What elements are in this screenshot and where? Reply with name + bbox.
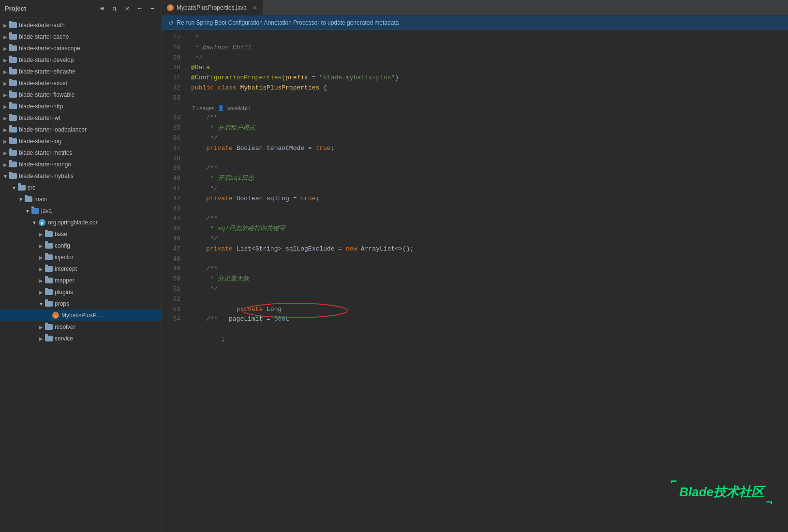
sidebar-item-main[interactable]: ▼ main [0,193,162,205]
code-line: * @author Chill [191,43,788,53]
sync-icon[interactable]: ⇅ [110,4,119,13]
sidebar-item-blade-starter-develop[interactable]: ▶ blade-starter-develop [0,54,162,66]
sidebar-item-blade-starter-datascope[interactable]: ▶ blade-starter-datascope [0,43,162,54]
folder-icon [9,44,17,53]
code-content[interactable]: * * @author Chill */ @Data @Configuratio… [186,30,788,532]
sidebar-item-props[interactable]: ▼ props [0,298,162,310]
sidebar-item-blade-starter-jwt[interactable]: ▶ blade-starter-jwt [0,112,162,124]
notification-icon: ↺ [169,18,173,27]
code-line: * 开启sql日志 [191,174,788,184]
sidebar-item-resolver[interactable]: ▶ resolver [0,321,162,333]
folder-icon [45,276,53,285]
sidebar-item-label: blade-starter-develop [19,57,162,63]
usages-count: 7 usages [192,104,215,113]
arrow-icon: ▼ [17,197,24,202]
arrow-icon: ▶ [38,232,45,237]
sidebar: Project ⊕ ⇅ ✕ ⋯ − ▶ blade-starter-auth ▶… [0,0,162,532]
folder-open-icon [9,172,17,180]
sidebar-item-blade-starter-cache[interactable]: ▶ blade-starter-cache [0,31,162,43]
minimize-icon[interactable]: − [148,4,157,13]
code-line: /** [191,163,788,174]
code-line: * 开启租户模式 [191,123,788,133]
sidebar-item-label: main [34,196,162,203]
tab-close-button[interactable]: ✕ [252,4,258,11]
folder-icon [24,195,33,204]
sidebar-item-blade-starter-mybatis[interactable]: ▼ blade-starter-mybatis [0,170,162,182]
code-line: /** [191,113,788,123]
code-line: * 分页最大数 [191,274,788,284]
sidebar-item-blade-starter-metrics[interactable]: ▶ blade-starter-metrics [0,147,162,159]
sidebar-item-blade-starter-excel[interactable]: ▶ blade-starter-excel [0,77,162,89]
arrow-icon: ▶ [2,127,9,133]
arrow-icon: ▶ [38,290,45,295]
sidebar-item-label: blade-starter-auth [19,22,162,29]
arrow-icon: ▶ [38,266,45,272]
sidebar-item-blade-starter-auth[interactable]: ▶ blade-starter-auth [0,19,162,31]
code-line: public class MybatisPlusProperties { [191,83,788,93]
sidebar-tree: ▶ blade-starter-auth ▶ blade-starter-cac… [0,17,162,532]
code-editor[interactable]: 27 28 29 30 31 32 33 34 35 36 37 38 39 4… [162,30,788,532]
arrow-icon: ▶ [2,69,9,74]
arrow-icon: ▼ [11,185,17,191]
code-line: @ConfigurationProperties(prefix = "blade… [191,73,788,83]
code-line: private List<String> sqlLogExclude = new… [191,244,788,254]
code-line: */ [191,184,788,194]
tab-bar: © MybatisPlusProperties.java ✕ [162,0,788,15]
editor-tab[interactable]: © MybatisPlusProperties.java ✕ [162,0,264,15]
sidebar-item-service[interactable]: ▶ service [0,333,162,344]
folder-icon [9,114,17,122]
code-line-52: private Long pageLimit = 500L ; [191,295,788,305]
folder-icon [9,160,17,169]
folder-icon [9,56,17,64]
arrow-icon: ▶ [2,162,9,167]
sidebar-item-blade-starter-http[interactable]: ▶ blade-starter-http [0,101,162,112]
sidebar-item-label: blade-starter-log [19,138,162,145]
arrow-icon: ▶ [2,23,9,28]
sidebar-title: Project [5,5,98,12]
arrow-icon: ▶ [2,92,9,98]
sidebar-item-blade-starter-mongo[interactable]: ▶ blade-starter-mongo [0,159,162,170]
sidebar-item-label: config [55,242,162,249]
folder-icon [45,299,53,308]
sidebar-item-label: blade-starter-excel [19,80,162,87]
more-icon[interactable]: ⋯ [135,4,144,13]
package-icon: p [38,218,46,227]
arrow-icon: ▶ [38,243,45,249]
sidebar-item-mapper[interactable]: ▶ mapper [0,275,162,286]
sidebar-item-blade-starter-ehcache[interactable]: ▶ blade-starter-ehcache [0,66,162,77]
add-icon[interactable]: ⊕ [98,4,106,13]
arrow-icon: ▶ [2,81,9,86]
sidebar-item-blade-starter-log[interactable]: ▶ blade-starter-log [0,135,162,147]
folder-icon [45,288,53,296]
arrow-icon: ▶ [2,116,9,121]
watermark: ⌐ Blade技术社区 ¬ [679,481,764,503]
person-icon: 👤 [218,104,224,113]
folder-icon [9,148,17,157]
folder-icon [9,32,17,41]
sidebar-item-label: plugins [55,289,162,296]
java-folder-icon [31,207,40,215]
folder-icon [45,334,53,343]
sidebar-item-blade-starter-flowable[interactable]: ▶ blade-starter-flowable [0,89,162,101]
arrow-icon: ▼ [2,174,9,179]
sidebar-item-intercept[interactable]: ▶ intercept [0,263,162,275]
close-icon[interactable]: ✕ [123,4,132,13]
sidebar-item-blade-starter-loadbalancer[interactable]: ▶ blade-starter-loadbalancer [0,124,162,135]
arrow-icon: ▶ [38,255,45,260]
sidebar-item-config[interactable]: ▶ config [0,240,162,251]
usages-bar: 7 usages 👤 smallchill [191,103,788,114]
sidebar-item-java[interactable]: ▼ java [0,205,162,217]
sidebar-item-injector[interactable]: ▶ injector [0,251,162,263]
sidebar-item-org-springblade[interactable]: ▼ p org.springblade.cor [0,217,162,228]
sidebar-item-src[interactable]: ▼ src [0,182,162,193]
editor-area: © MybatisPlusProperties.java ✕ ↺ Re-run … [162,0,788,532]
sidebar-item-mybatisplusp[interactable]: ▶ c MybatisPlusP… [0,310,162,321]
folder-icon [9,67,17,76]
folder-icon [9,125,17,134]
sidebar-item-label: java [41,207,162,214]
sidebar-item-base[interactable]: ▶ base [0,228,162,240]
sidebar-item-plugins[interactable]: ▶ plugins [0,286,162,298]
code-line: @Data [191,63,788,73]
folder-icon [45,265,53,273]
code-line: */ [191,234,788,244]
